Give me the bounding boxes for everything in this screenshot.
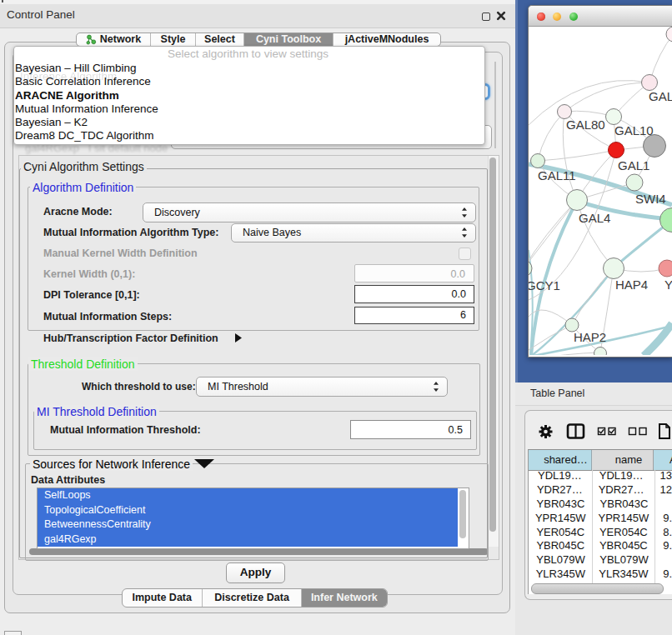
svg-text:HAP2: HAP2 (574, 330, 606, 344)
svg-text:GAL1: GAL1 (618, 158, 649, 172)
svg-text:GAL10: GAL10 (614, 123, 654, 138)
svg-text:Y: Y (664, 278, 672, 292)
svg-text:GAL11: GAL11 (538, 168, 576, 182)
svg-text:HAP4: HAP4 (615, 278, 648, 292)
svg-text:GAL2: GAL2 (649, 89, 672, 103)
svg-text:GCY1: GCY1 (529, 278, 560, 292)
svg-text:GAL80: GAL80 (566, 118, 605, 132)
svg-text:SWI4: SWI4 (635, 192, 666, 206)
svg-text:GAL4: GAL4 (579, 211, 610, 225)
